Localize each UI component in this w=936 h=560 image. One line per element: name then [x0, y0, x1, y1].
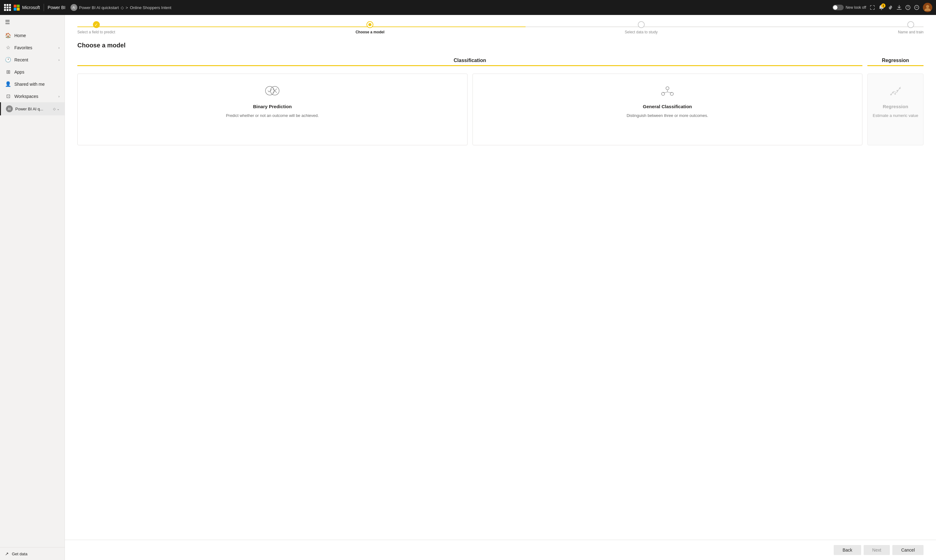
download-button[interactable]	[897, 5, 902, 10]
svg-point-19	[892, 92, 894, 94]
breadcrumb-workspace[interactable]: Power BI AI quickstart	[79, 5, 119, 10]
user-avatar[interactable]	[923, 3, 932, 12]
general-classification-title: General Classification	[643, 104, 692, 109]
regression-header: Regression	[867, 58, 924, 74]
step-3: Select data to study	[625, 21, 657, 34]
step-4-label: Name and train	[898, 30, 924, 34]
powerbi-label: Power BI	[48, 5, 66, 10]
step-2: Choose a model	[356, 21, 385, 34]
stepper-steps: ✓ Select a field to predict Choose a mod…	[77, 21, 924, 34]
shared-icon: 👤	[5, 81, 11, 87]
settings-button[interactable]	[888, 5, 893, 10]
get-data-icon: ↗	[5, 551, 9, 556]
binary-prediction-card[interactable]: Binary Prediction Predict whether or not…	[77, 74, 468, 145]
sidebar-bottom: ↗ Get data	[0, 547, 65, 560]
svg-point-21	[897, 90, 898, 92]
wizard-footer: Back Next Cancel	[65, 540, 936, 560]
app-launcher-button[interactable]	[4, 4, 11, 11]
cancel-button[interactable]: Cancel	[892, 545, 924, 555]
models-container: Classification	[77, 58, 924, 145]
regression-icon	[886, 82, 905, 100]
breadcrumb: AI Power BI AI quickstart ◇ > Online Sho…	[71, 4, 172, 11]
breadcrumb-separator: >	[126, 5, 128, 10]
regression-card: Regression Estimate a numeric value	[867, 74, 924, 145]
sidebar-item-favorites[interactable]: ☆ Favorites ›	[0, 42, 65, 54]
sidebar-item-shared[interactable]: 👤 Shared with me	[0, 78, 65, 90]
classification-title: Classification	[77, 58, 862, 63]
svg-point-8	[265, 86, 274, 95]
help-button[interactable]: ?	[905, 5, 910, 10]
workspace-name: Power BI AI q...	[15, 107, 51, 111]
sidebar-item-home[interactable]: 🏠 Home	[0, 29, 65, 42]
step-3-circle	[638, 21, 645, 28]
regression-title: Regression	[867, 58, 924, 63]
binary-prediction-title: Binary Prediction	[253, 104, 292, 109]
workspace-badge-icon: AI	[6, 105, 13, 112]
classification-bar	[77, 65, 862, 66]
sidebar-item-recent-label: Recent	[14, 57, 28, 62]
step-4-circle	[907, 21, 914, 28]
sidebar: ☰ 🏠 Home ☆ Favorites › 🕐 Recent › ⊞ Apps…	[0, 15, 65, 560]
breadcrumb-page[interactable]: Online Shoppers Intent	[130, 5, 171, 10]
back-button[interactable]: Back	[834, 545, 861, 555]
step-2-label: Choose a model	[356, 30, 385, 34]
page-title: Choose a model	[77, 42, 924, 49]
binary-prediction-desc: Predict whether or not an outcome will b…	[226, 113, 319, 118]
expand-button[interactable]	[870, 5, 875, 10]
regression-group: Regression	[867, 58, 924, 145]
wizard-stepper: ✓ Select a field to predict Choose a mod…	[65, 15, 936, 34]
general-classification-desc: Distinguish between three or more outcom…	[627, 113, 708, 118]
sidebar-item-get-data-label: Get data	[12, 552, 28, 556]
step-1-label: Select a field to predict	[77, 30, 115, 34]
svg-point-3	[916, 7, 916, 8]
step-2-circle	[366, 21, 373, 28]
svg-point-22	[899, 88, 901, 89]
regression-card-desc: Estimate a numeric value	[873, 113, 918, 118]
page-content: Choose a model Classification	[65, 34, 936, 540]
svg-point-7	[926, 5, 929, 8]
classification-group: Classification	[77, 58, 862, 145]
workspace-actions: ◇ ⌄	[53, 107, 60, 111]
sidebar-workspace-item[interactable]: AI Power BI AI q... ◇ ⌄	[0, 102, 65, 115]
sidebar-item-favorites-label: Favorites	[14, 45, 32, 50]
step-1: ✓ Select a field to predict	[77, 21, 115, 34]
sidebar-item-apps[interactable]: ⊞ Apps	[0, 66, 65, 78]
general-classification-card[interactable]: General Classification Distinguish betwe…	[473, 74, 863, 145]
sidebar-item-workspaces[interactable]: ⊡ Workspaces ›	[0, 90, 65, 102]
sidebar-item-get-data[interactable]: ↗ Get data	[0, 548, 65, 560]
home-icon: 🏠	[5, 32, 11, 38]
svg-point-18	[890, 94, 892, 95]
breadcrumb-diamond-icon: ◇	[121, 5, 124, 10]
regression-card-title: Regression	[883, 104, 908, 109]
feedback-button[interactable]	[914, 5, 919, 10]
sidebar-item-apps-label: Apps	[14, 69, 24, 74]
chevron-right-icon: ›	[58, 58, 60, 62]
section-spacer	[862, 58, 867, 145]
step-3-label: Select data to study	[625, 30, 657, 34]
svg-point-12	[666, 87, 669, 90]
new-look-toggle[interactable]: New look off	[833, 5, 866, 10]
sidebar-item-shared-label: Shared with me	[14, 82, 45, 87]
svg-text:?: ?	[907, 6, 909, 9]
svg-point-4	[916, 7, 917, 8]
sidebar-item-home-label: Home	[14, 33, 26, 38]
svg-point-5	[917, 7, 918, 8]
favorites-icon: ☆	[5, 45, 11, 51]
notification-badge: 1	[881, 3, 885, 8]
classification-header: Classification	[77, 58, 862, 74]
recent-icon: 🕐	[5, 57, 11, 63]
regression-bar	[867, 65, 924, 66]
general-classification-icon	[658, 82, 677, 100]
nav-divider	[44, 4, 44, 11]
workspace-chevron-icon[interactable]: ⌄	[57, 107, 60, 111]
sidebar-item-recent[interactable]: 🕐 Recent ›	[0, 54, 65, 66]
sidebar-item-workspaces-label: Workspaces	[14, 94, 38, 99]
binary-prediction-icon	[263, 82, 282, 100]
apps-icon: ⊞	[5, 69, 11, 75]
notifications-button[interactable]: 1	[879, 5, 884, 10]
microsoft-logo: Microsoft	[14, 5, 40, 11]
svg-point-20	[894, 93, 896, 95]
sidebar-toggle-button[interactable]: ☰	[0, 15, 65, 29]
main-content: ✓ Select a field to predict Choose a mod…	[65, 15, 936, 560]
next-button[interactable]: Next	[864, 545, 890, 555]
